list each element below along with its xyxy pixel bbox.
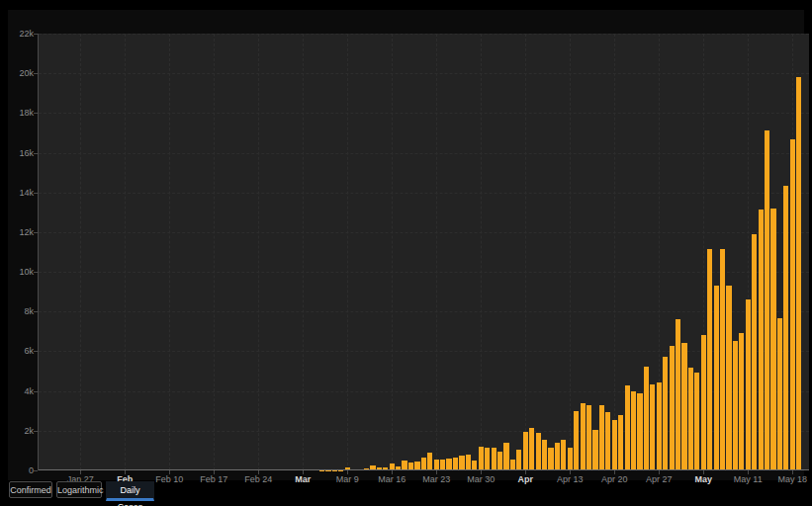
tab-confirmed[interactable]: Confirmed [9, 481, 52, 498]
bar [707, 249, 712, 470]
bar [503, 443, 508, 470]
bar [694, 373, 699, 470]
vertical-gridline [614, 34, 615, 470]
horizontal-gridline [39, 351, 809, 352]
tab-daily-cases[interactable]: Daily Cases [106, 481, 154, 501]
bar [586, 405, 591, 470]
bar [688, 368, 693, 470]
bar [618, 415, 623, 470]
y-axis-tick [34, 272, 38, 273]
bar [714, 286, 719, 470]
horizontal-gridline [39, 232, 809, 233]
bar [466, 455, 471, 470]
chart-tab-bar: ConfirmedLogarithmicDaily Cases [0, 480, 812, 502]
y-axis-tick [34, 232, 38, 233]
bar [612, 420, 617, 470]
bar [663, 357, 668, 470]
vertical-gridline [436, 34, 437, 470]
y-axis-tick [34, 193, 38, 194]
bar [733, 341, 738, 470]
y-axis-tick-label: 4k [8, 386, 34, 396]
bar [555, 443, 560, 470]
bar [670, 346, 675, 470]
bar [479, 447, 484, 470]
x-axis-line [39, 469, 809, 470]
bar [657, 382, 662, 470]
vertical-gridline [80, 34, 81, 470]
vertical-gridline [125, 34, 126, 470]
y-axis-tick-label: 6k [8, 346, 34, 356]
y-axis-tick-label: 14k [8, 188, 34, 198]
bar [796, 77, 801, 470]
y-axis-tick-label: 8k [8, 306, 34, 316]
bar [631, 391, 636, 470]
daily-cases-chart-page: 02k4k6k8k10k12k14k16k18k20k22k Jan 27Feb… [0, 0, 812, 506]
bar [581, 403, 586, 470]
bar [459, 456, 464, 470]
y-axis-tick [34, 431, 38, 432]
vertical-gridline [392, 34, 393, 470]
y-axis-tick-label: 22k [8, 29, 34, 39]
tab-logarithmic[interactable]: Logarithmic [56, 481, 102, 498]
plot-area[interactable] [39, 34, 809, 470]
y-axis-tick [34, 470, 38, 471]
y-axis-tick [34, 311, 38, 312]
horizontal-gridline [39, 272, 809, 273]
bar [453, 458, 458, 470]
bar [574, 411, 579, 470]
horizontal-gridline [39, 113, 809, 114]
bar [650, 384, 655, 470]
bar [637, 393, 642, 470]
bar [765, 130, 769, 470]
y-axis-tick-label: 10k [8, 267, 34, 277]
bar [739, 333, 744, 470]
y-axis-tick [34, 153, 38, 154]
vertical-gridline [303, 34, 304, 470]
horizontal-gridline [39, 391, 809, 392]
y-axis-tick-label: 18k [8, 108, 34, 118]
bar [592, 430, 597, 470]
bar [783, 186, 788, 470]
vertical-gridline [347, 34, 348, 470]
horizontal-gridline [39, 311, 809, 312]
y-axis-tick-label: 16k [8, 148, 34, 158]
bar [427, 453, 432, 470]
bar [492, 448, 496, 470]
bar [625, 385, 630, 470]
bar [676, 319, 680, 470]
bar [516, 450, 521, 470]
bar [497, 452, 502, 470]
bar [529, 428, 534, 470]
y-axis-tick [34, 113, 38, 114]
bar [726, 286, 731, 470]
bar [485, 448, 490, 470]
bar [777, 318, 782, 470]
horizontal-gridline [39, 73, 809, 74]
y-axis-tick-label: 2k [8, 426, 34, 436]
bar [599, 405, 604, 470]
y-axis-tick [34, 34, 38, 35]
bar [644, 367, 649, 470]
vertical-gridline [169, 34, 170, 470]
y-axis-tick-label: 20k [8, 68, 34, 78]
y-axis-line [38, 34, 39, 470]
bar [568, 448, 573, 470]
bar [759, 210, 764, 470]
bar [605, 412, 610, 470]
bar [746, 299, 751, 470]
horizontal-gridline [39, 193, 809, 194]
bar [681, 343, 686, 470]
vertical-gridline [481, 34, 482, 470]
y-axis-tick-label: 12k [8, 227, 34, 237]
bar [720, 249, 725, 470]
bar [548, 448, 553, 470]
y-axis-tick-label: 0 [8, 465, 34, 475]
bar [770, 209, 775, 470]
vertical-gridline [570, 34, 571, 470]
bar [752, 234, 757, 470]
bar [561, 440, 566, 470]
bar [790, 139, 795, 470]
bar [701, 335, 706, 470]
horizontal-gridline [39, 34, 809, 35]
bar [542, 440, 547, 470]
